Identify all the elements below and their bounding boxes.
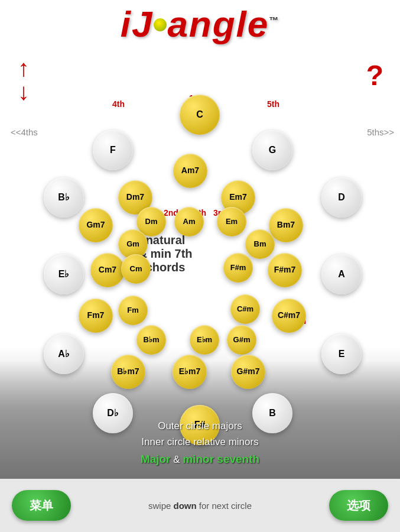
arrow-down-icon[interactable]: ↓ — [18, 80, 30, 103]
chord-Cm7[interactable]: Cm7 — [90, 253, 125, 287]
app-header: iJangle™ — [0, 0, 400, 43]
chord-C[interactable]: C — [180, 95, 220, 135]
bottom-info: Outer circle majors Inner circle relativ… — [0, 418, 400, 468]
chord-Ebm[interactable]: E♭m — [190, 325, 219, 355]
chord-Bb[interactable]: B♭ — [44, 177, 84, 218]
chord-Cshm7[interactable]: C#m7 — [272, 299, 306, 333]
chord-Fm[interactable]: Fm — [118, 296, 148, 325]
seventh-line: Major & minor seventh — [0, 450, 400, 468]
title-dot — [154, 18, 167, 31]
chord-A[interactable]: A — [321, 254, 362, 294]
chord-Cm[interactable]: Cm — [121, 254, 151, 284]
chord-Bm[interactable]: Bm — [245, 229, 275, 259]
chord-Eb[interactable]: E♭ — [44, 254, 84, 294]
title-angle: angle — [167, 4, 269, 44]
chord-Ab[interactable]: A♭ — [44, 334, 84, 374]
help-button[interactable]: ? — [366, 59, 383, 92]
chord-Am7[interactable]: Am7 — [173, 154, 207, 188]
amp-label: & — [173, 454, 183, 465]
chord-Fshm[interactable]: F#m — [223, 253, 253, 283]
chord-E[interactable]: E — [321, 334, 362, 374]
swipe-label: swipe — [148, 501, 171, 511]
fifths-label: 5ths>> — [367, 127, 394, 137]
outer-circle-text: Outer circle majors — [0, 418, 400, 434]
chord-G[interactable]: G — [252, 130, 292, 170]
chord-Ebm7[interactable]: E♭m7 — [173, 355, 207, 389]
chord-Bbm[interactable]: B♭m — [136, 325, 166, 355]
chord-Fshm7[interactable]: F#m7 — [268, 253, 302, 287]
chord-Em[interactable]: Em — [217, 207, 246, 236]
degree-4th: 4th — [112, 99, 125, 109]
menu-button[interactable]: 菜单 — [12, 490, 71, 521]
chord-Cshm[interactable]: C#m — [230, 294, 260, 324]
bottom-bar: 菜单 swipe down for next circle 选项 — [0, 479, 400, 532]
chord-F[interactable]: F — [93, 130, 133, 170]
swipe-rest: for next circle — [199, 501, 252, 511]
minor-seventh-label: minor seventh — [183, 453, 259, 465]
major-label: Major — [141, 453, 171, 465]
trademark: ™ — [269, 15, 279, 25]
degree-5th: 5th — [267, 99, 279, 109]
chord-Fm7[interactable]: Fm7 — [79, 299, 113, 333]
fourths-label: <<4ths — [11, 127, 38, 137]
chord-Gshm[interactable]: G#m — [227, 325, 256, 355]
chord-Gshm7[interactable]: G#m7 — [231, 355, 265, 389]
title-jangle: J — [132, 4, 153, 44]
chord-Bm7[interactable]: Bm7 — [269, 208, 303, 242]
main-content: iJangle™ ↑ ↓ ? <<4ths 5ths>> 1st 4th 5th… — [0, 0, 400, 532]
options-button[interactable]: 选项 — [329, 490, 388, 521]
chord-Gm7[interactable]: Gm7 — [79, 208, 113, 242]
swipe-text: swipe down for next circle — [148, 501, 252, 511]
arrow-up-icon[interactable]: ↑ — [18, 56, 30, 80]
swipe-bold-label: down — [174, 501, 197, 511]
title-i: i — [121, 4, 132, 44]
app-title: iJangle™ — [0, 6, 400, 43]
inner-circle-text: Inner circle relative minors — [0, 434, 400, 450]
chord-D[interactable]: D — [321, 177, 362, 218]
chord-Bbm7[interactable]: B♭m7 — [111, 355, 145, 389]
chord-Am[interactable]: Am — [174, 207, 204, 236]
